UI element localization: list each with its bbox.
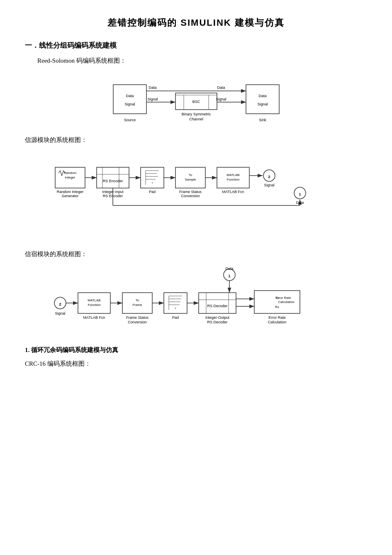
svg-text:BSC: BSC [192,100,200,104]
svg-text:Signal: Signal [147,97,158,101]
svg-text:Source: Source [124,118,136,122]
svg-text:Conversion: Conversion [128,320,147,324]
page-title: 差错控制编码的 SIMULINK 建模与仿真 [25,17,367,29]
svg-text:Pad: Pad [149,190,155,194]
diagram1-svg: Data Signal Source BSC Binary Symmetric … [88,72,304,126]
svg-text:Function: Function [88,303,100,307]
diagram3-svg: 1 Data 2 Signal MATLAB Function MATLAB F… [51,266,341,336]
section1-heading: 一．线性分组码编码系统建模 [25,41,367,50]
svg-text:Frame Status: Frame Status [179,190,202,194]
svg-text:To: To [188,173,192,177]
section2-heading: 1. 循环冗余码编码系统建模与仿真 [25,346,367,354]
svg-text:Pad: Pad [172,315,178,320]
svg-text:Data: Data [225,266,233,271]
svg-text:RS Decoder: RS Decoder [207,320,227,324]
svg-text:Conversion: Conversion [181,194,200,198]
svg-text:Random Integer: Random Integer [56,190,83,194]
svg-text:Data: Data [149,86,156,90]
svg-text:Channel: Channel [189,117,203,121]
svg-rect-30 [97,167,129,188]
svg-text:Random: Random [63,171,76,175]
svg-text:Calculation: Calculation [268,320,286,324]
svg-text:Binary Symmetric: Binary Symmetric [181,112,211,116]
svg-text:Frame Status: Frame Status [126,315,149,320]
diagram1-container: Data Signal Source BSC Binary Symmetric … [25,72,367,126]
svg-text:Signal: Signal [264,183,274,187]
svg-text:1: 1 [228,274,230,278]
svg-text:Signal: Signal [124,102,135,106]
subsection3-label: 信宿模块的系统框图： [25,250,367,258]
svg-text:Data: Data [126,94,134,98]
svg-text:*: * [151,181,153,185]
svg-text:Error Rate: Error Rate [275,296,291,300]
svg-rect-95 [199,293,236,313]
svg-text:Calculation: Calculation [278,300,295,304]
svg-text:Signal: Signal [55,311,65,315]
svg-text:Data: Data [217,86,225,90]
svg-text:Sample: Sample [185,178,196,181]
svg-text:1: 1 [299,192,301,196]
svg-text:Rx: Rx [275,305,279,309]
svg-rect-12 [246,85,279,114]
svg-text:RS Encoder: RS Encoder [102,179,123,183]
svg-text:2: 2 [268,175,270,179]
svg-text:Data: Data [258,94,266,98]
svg-text:Data: Data [296,200,304,205]
svg-text:Integer: Integer [65,176,75,179]
svg-text:Signal: Signal [216,97,226,101]
svg-text:MATLAB Fcn: MATLAB Fcn [222,190,244,194]
diagram2-svg: Random Integer Random Integer Generator … [51,152,341,218]
svg-text:Frame: Frame [132,303,142,307]
diagram3-container: 1 Data 2 Signal MATLAB Function MATLAB F… [25,266,367,336]
subsection2-label: 信源模块的系统框图： [25,136,367,144]
svg-text:*: * [175,307,176,311]
svg-text:MATLAB: MATLAB [88,298,100,302]
svg-text:Signal: Signal [257,102,268,106]
svg-text:MATLAB Fcn: MATLAB Fcn [83,315,105,320]
svg-text:To: To [135,298,139,302]
svg-text:RS Decoder: RS Decoder [207,304,227,308]
svg-text:Sink: Sink [259,118,266,122]
svg-rect-1 [113,85,146,114]
subsection1-label: Reed-Solomon 码编码系统框图： [37,57,367,65]
svg-text:2: 2 [59,302,61,306]
svg-text:MATLAB: MATLAB [226,173,239,177]
subsection4-label: CRC-16 编码系统框图： [25,360,367,368]
svg-text:Generator: Generator [61,194,78,198]
svg-text:Function: Function [226,178,239,181]
svg-text:Error Rate: Error Rate [268,315,286,320]
svg-text:Integer-Output: Integer-Output [205,315,229,320]
diagram2-container: Random Integer Random Integer Generator … [25,152,367,218]
